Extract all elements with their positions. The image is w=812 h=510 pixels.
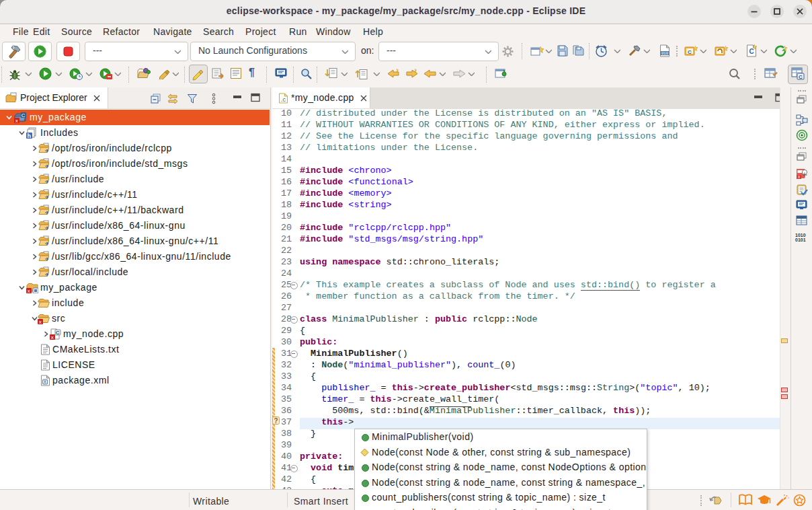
svg-text:X: X — [43, 379, 46, 384]
svg-text:C: C — [56, 330, 60, 336]
svg-text:x: x — [51, 334, 54, 340]
svg-text:C: C — [749, 48, 754, 55]
svg-text:C: C — [799, 74, 803, 80]
svg-text:.c: .c — [281, 96, 286, 103]
svg-text:x: x — [28, 288, 31, 294]
svg-text:C: C — [22, 112, 26, 118]
svg-text:x: x — [15, 118, 19, 124]
svg-text:h: h — [27, 133, 31, 139]
svg-text:?: ? — [274, 417, 278, 425]
svg-text:010: 010 — [661, 51, 668, 56]
svg-text:x: x — [39, 319, 42, 325]
svg-text:C: C — [688, 49, 692, 55]
